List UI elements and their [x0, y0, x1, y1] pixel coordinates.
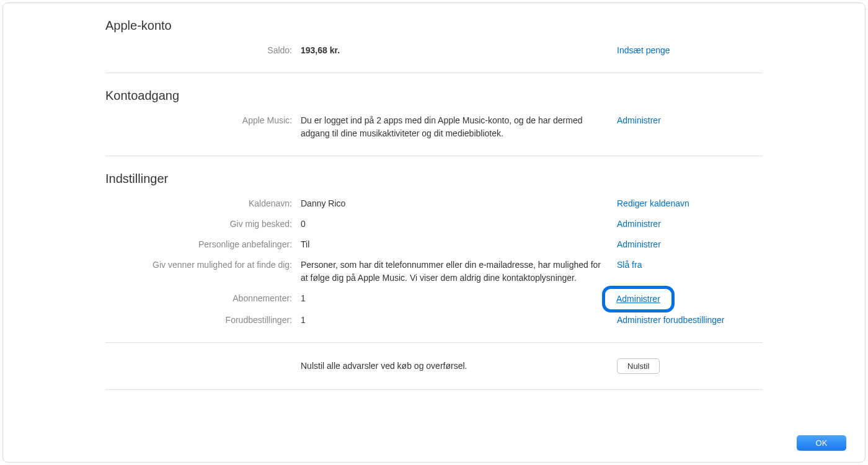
section-title-settings: Indstillinger — [105, 172, 763, 186]
reset-button[interactable]: Nulstil — [617, 358, 660, 374]
apple-music-manage-link[interactable]: Administrer — [617, 115, 661, 125]
account-settings-window: Apple-konto Saldo: 193,68 kr. Indsæt pen… — [2, 2, 866, 463]
ok-button[interactable]: OK — [797, 435, 846, 451]
apple-music-text: Du er logget ind på 2 apps med din Apple… — [301, 114, 604, 140]
footer: OK — [797, 435, 846, 451]
balance-label: Saldo: — [105, 44, 301, 57]
preorders-value: 1 — [301, 314, 604, 327]
section-account-access: Kontoadgang Apple Music: Du er logget in… — [105, 89, 763, 156]
notify-value: 0 — [301, 218, 604, 231]
preorders-label: Forudbestillinger: — [105, 314, 301, 327]
recommendations-label: Personlige anbefalinger: — [105, 238, 301, 251]
row-nickname: Kaldenavn: Danny Rico Rediger kaldenavn — [105, 197, 763, 210]
friends-find-label: Giv venner mulighed for at finde dig: — [105, 259, 301, 285]
row-apple-music: Apple Music: Du er logget ind på 2 apps … — [105, 114, 763, 140]
subscriptions-highlight: Administrer — [602, 286, 675, 312]
row-recommendations: Personlige anbefalinger: Til Administrer — [105, 238, 763, 251]
section-title-account-access: Kontoadgang — [105, 89, 763, 103]
subscriptions-label: Abonnementer: — [105, 292, 301, 306]
notify-label: Giv mig besked: — [105, 218, 301, 231]
subscriptions-manage-link[interactable]: Administrer — [616, 294, 660, 304]
nickname-value: Danny Rico — [301, 197, 604, 210]
row-friends-find: Giv venner mulighed for at finde dig: Pe… — [105, 259, 763, 285]
recommendations-manage-link[interactable]: Administrer — [617, 239, 661, 249]
recommendations-value: Til — [301, 238, 604, 251]
subscriptions-value: 1 — [301, 292, 604, 306]
notify-manage-link[interactable]: Administrer — [617, 219, 661, 229]
row-subscriptions: Abonnementer: 1 Administrer — [105, 292, 763, 306]
section-reset: Nulstil alle advarsler ved køb og overfø… — [105, 358, 763, 390]
add-funds-link[interactable]: Indsæt penge — [617, 45, 670, 55]
nickname-label: Kaldenavn: — [105, 197, 301, 210]
reset-text: Nulstil alle advarsler ved køb og overfø… — [301, 360, 604, 373]
preorders-manage-link[interactable]: Administrer forudbestillinger — [617, 315, 725, 325]
turn-off-link[interactable]: Slå fra — [617, 260, 642, 270]
edit-nickname-link[interactable]: Rediger kaldenavn — [617, 198, 689, 208]
section-apple-account: Apple-konto Saldo: 193,68 kr. Indsæt pen… — [105, 19, 763, 73]
row-notify: Giv mig besked: 0 Administrer — [105, 218, 763, 231]
section-title-apple-account: Apple-konto — [105, 19, 763, 33]
friends-find-text: Personer, som har dit telefonnummer elle… — [301, 259, 604, 285]
row-preorders: Forudbestillinger: 1 Administrer forudbe… — [105, 314, 763, 327]
balance-value: 193,68 kr. — [301, 44, 604, 57]
section-settings: Indstillinger Kaldenavn: Danny Rico Redi… — [105, 172, 763, 343]
apple-music-label: Apple Music: — [105, 114, 301, 140]
row-balance: Saldo: 193,68 kr. Indsæt penge — [105, 44, 763, 57]
row-reset: Nulstil alle advarsler ved køb og overfø… — [105, 358, 763, 374]
